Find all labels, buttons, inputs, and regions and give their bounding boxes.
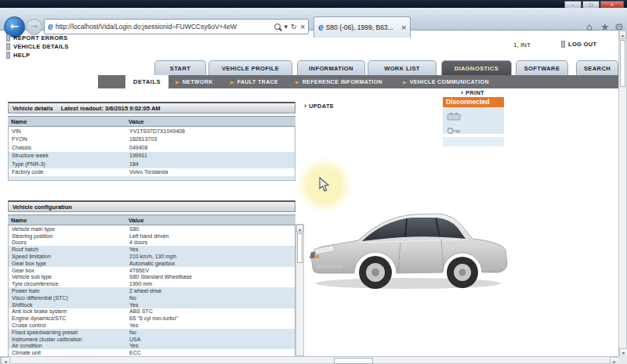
vehicle-details-label: VEHICLE DETAILS [13, 43, 69, 50]
row-value: S80 Standard Wheelbase [129, 274, 295, 279]
address-bar[interactable]: e http://localhost/Vida/Login.do;jsessio… [44, 19, 309, 34]
table-row: Cruise controlYes [9, 322, 295, 329]
chevron-right-icon: ▶ [176, 79, 179, 85]
link-bullet-icon [561, 41, 565, 48]
row-name: Tyre circumference [9, 281, 129, 287]
help-link[interactable]: HELP [6, 51, 30, 59]
row-value: 4T65EV [129, 268, 295, 273]
row-name: Gear box [9, 268, 129, 273]
horizontal-scrollbar[interactable]: ◂ ▸ [0, 356, 618, 364]
status-footer-strip [443, 137, 504, 146]
tab-start[interactable]: START [154, 60, 206, 75]
browser-navbar: ← → e http://localhost/Vida/Login.do;jse… [0, 8, 627, 31]
row-name: VIN [9, 128, 129, 134]
row-name: Anti lock brake system [9, 308, 129, 314]
table-row: Structure week199911 [9, 152, 295, 160]
table-row: Anti lock brake systemABS STC [9, 308, 295, 315]
column-name: Name [8, 217, 129, 224]
mouse-cursor [319, 177, 330, 193]
chevron-right-icon: ▶ [295, 79, 299, 85]
subtab-fault-trace[interactable]: ▶ FAULT TRACE [230, 75, 278, 88]
subtab-details[interactable]: DETAILS [125, 75, 169, 88]
table-row: Instrument cluster calibrationUSA [9, 336, 295, 343]
table-row: Factory codeVolvo Torslanda [9, 168, 295, 177]
tab-close-icon[interactable]: × [400, 23, 407, 31]
window-titlebar[interactable]: – ▢ × [0, 0, 627, 8]
update-link[interactable]: › UPDATE [304, 102, 334, 110]
chevron-icon: › [304, 102, 306, 110]
table-row: Gear box4T65EV [9, 267, 295, 274]
subtab-reference-information[interactable]: ▶ REFERENCE INFORMATION [295, 75, 382, 88]
subtab-network[interactable]: ▶ NETWORK [176, 75, 213, 88]
refresh-icon[interactable]: ↻ [291, 23, 297, 31]
row-value: YV1TS97D7X1049408 [129, 128, 295, 134]
vertical-scrollbar[interactable]: ▴ ▾ [618, 30, 627, 356]
session-info: 1, INT [513, 41, 531, 49]
row-value: ECC [129, 350, 295, 355]
chevron-icon: › [461, 88, 463, 96]
column-header: Name Value [8, 214, 295, 225]
tab-work-list[interactable]: WORK LIST [368, 60, 437, 75]
row-name: Chassis [9, 145, 129, 150]
row-value: 184 [129, 161, 295, 167]
vehicle-details-link[interactable]: VEHICLE DETAILS [6, 42, 69, 50]
table-row: Gear box typeAutomatic gearbox [9, 260, 295, 267]
row-value: Yes [129, 343, 295, 348]
tab-information[interactable]: INFORMATION [297, 60, 365, 75]
row-value: S80 [129, 226, 295, 232]
vehicle-details-panel: Vehicle details Latest readout: 3/6/2015… [8, 102, 295, 181]
table-row: Visco differential (STC)No [9, 294, 295, 301]
row-name: Cruise control [9, 323, 129, 328]
column-name: Name [8, 118, 129, 125]
logout-link[interactable]: LOG OUT [561, 41, 596, 48]
table-row: Doors4 doors [9, 240, 295, 247]
row-name: Vehicle sub type [9, 274, 129, 279]
status-badge: Disconnected [443, 97, 504, 107]
table-row: Roof hatchYes [9, 246, 295, 253]
ie-logo-icon: e [48, 21, 53, 32]
tab-search[interactable]: SEARCH [576, 60, 618, 75]
update-label: UPDATE [309, 103, 334, 110]
scroll-left-icon[interactable]: ◂ [1, 357, 10, 364]
link-bullet-icon [6, 34, 10, 41]
column-value: Value [129, 217, 295, 224]
table-row: Chassis049408 [9, 143, 295, 152]
home-icon[interactable]: ⌂ [586, 21, 593, 33]
row-value: 049408 [129, 145, 295, 150]
row-name: Gear box type [9, 261, 129, 266]
scroll-up-icon[interactable]: ▴ [296, 225, 303, 232]
row-value: 4 doors [129, 240, 295, 245]
logout-label: LOG OUT [568, 41, 596, 48]
table-row: VINYV1TS97D7X1049408 [9, 127, 295, 135]
tab-diagnostics[interactable]: DIAGNOSTICS [441, 60, 512, 75]
tab-vehicle-profile[interactable]: VEHICLE PROFILE [208, 60, 292, 75]
tab-title: S80 (-06), 1999, B63... [326, 23, 398, 31]
search-icon[interactable] [274, 23, 281, 30]
subtab-vehicle-communication-label: VEHICLE COMMUNICATION [410, 79, 489, 85]
connection-status-panel: Disconnected [443, 97, 504, 134]
print-link[interactable]: › PRINT [461, 88, 484, 96]
row-name: Roof hatch [9, 247, 129, 252]
screen: – ▢ × ← → e http://localhost/Vida/Login.… [0, 0, 627, 364]
tab-software[interactable]: SOFTWARE [516, 60, 568, 75]
subtab-vehicle-communication[interactable]: ▶ VEHICLE COMMUNICATION [403, 75, 489, 88]
table-row: Steering positionLeft hand driven [9, 232, 295, 240]
favorites-star-icon[interactable]: ★ [600, 21, 610, 33]
scrollbar-thumb[interactable] [620, 40, 625, 87]
report-errors-link[interactable]: REPORT ERRORS [6, 34, 67, 41]
scrollbar-thumb[interactable] [297, 233, 303, 263]
browser-tab[interactable]: e S80 (-06), 1999, B63... × [314, 16, 411, 38]
dropdown-icon[interactable]: ▾ [284, 23, 288, 31]
row-name: Shiftlock [9, 302, 129, 308]
scroll-up-icon[interactable]: ▴ [619, 31, 626, 39]
stop-icon[interactable]: × [299, 23, 306, 31]
url-text[interactable]: http://localhost/Vida/Login.do;jsessioni… [56, 23, 272, 31]
table-row: ShiftlockYes [9, 301, 295, 308]
vehicle-configuration-table: Vehicle main typeS80Steering positionLef… [8, 225, 295, 358]
config-table-scrollbar[interactable]: ▴ [295, 224, 304, 356]
row-name: Air condition [9, 343, 129, 348]
forward-button[interactable]: → [26, 19, 42, 35]
vehicle-details-title-bar: Vehicle details Latest readout: 3/6/2015… [8, 102, 295, 114]
row-name: Structure week [9, 153, 129, 158]
scrollbar-thumb[interactable] [334, 358, 373, 364]
